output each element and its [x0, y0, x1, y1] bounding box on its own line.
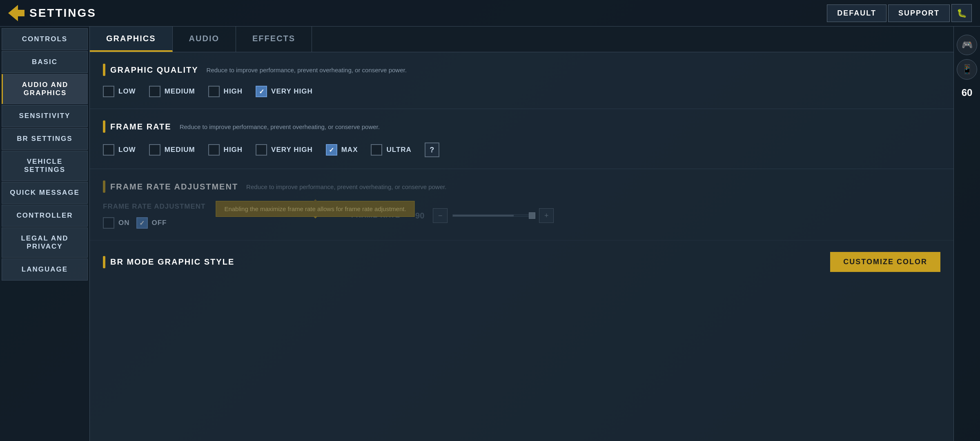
- graphic-quality-section: GRAPHIC QUALITY Reduce to improve perfor…: [90, 52, 953, 109]
- checkbox-fr-high[interactable]: [208, 144, 220, 156]
- back-button[interactable]: [8, 5, 24, 21]
- frame-rate-adjustment-section: FRAME RATE ADJUSTMENT Reduce to improve …: [90, 169, 953, 241]
- frame-rate-header: FRAME RATE Reduce to improve performance…: [103, 120, 940, 133]
- sidebar-item-quick-message[interactable]: QUICK MESSAGE: [2, 182, 88, 204]
- bug-icon: 🐛: [957, 8, 967, 18]
- adj-label: FRAME RATE ADJUSTMENT: [103, 203, 209, 211]
- graphic-quality-options: LOW MEDIUM HIGH VERY HIGH: [103, 86, 940, 97]
- checkbox-fr-very-high[interactable]: [256, 144, 267, 156]
- default-button[interactable]: DEFAULT: [827, 4, 886, 22]
- option-gq-low[interactable]: LOW: [103, 86, 136, 97]
- label-adj-off: OFF: [152, 219, 167, 227]
- frame-rate-slider[interactable]: [452, 214, 534, 217]
- checkbox-fr-max[interactable]: [326, 144, 337, 156]
- frame-rate-adjustment-desc: Reduce to improve performance, prevent o…: [246, 183, 446, 190]
- label-fr-very-high: VERY HIGH: [271, 146, 313, 154]
- option-gq-high[interactable]: HIGH: [208, 86, 243, 97]
- adj-labels-row: FRAME RATE ADJUSTMENT: [103, 203, 209, 211]
- sidebar-item-vehicle-settings[interactable]: VEHICLE SETTINGS: [2, 151, 88, 181]
- option-adj-off[interactable]: OFF: [136, 217, 167, 229]
- header-right: DEFAULT SUPPORT 🐛: [827, 4, 972, 22]
- option-fr-max[interactable]: MAX: [326, 144, 358, 156]
- customize-color-button[interactable]: CUSTOMIZE COLOR: [830, 252, 940, 272]
- slider-thumb[interactable]: [529, 212, 535, 219]
- header-left: SETTINGS: [8, 5, 96, 21]
- support-button[interactable]: SUPPORT: [888, 4, 950, 22]
- label-gq-high: HIGH: [224, 87, 243, 96]
- checkbox-adj-on[interactable]: [103, 217, 114, 229]
- sidebar-item-legal-and-privacy[interactable]: LEGAL AND PRIVACY: [2, 227, 88, 258]
- tab-effects[interactable]: EFFECTS: [236, 27, 312, 52]
- page-title: SETTINGS: [29, 7, 96, 20]
- section-accent: [103, 64, 105, 76]
- checkbox-gq-very-high[interactable]: [256, 86, 267, 97]
- adj-toggle: ON OFF: [103, 217, 209, 229]
- checkbox-fr-medium[interactable]: [149, 144, 160, 156]
- tooltip: Enabling the maximize frame rate allows …: [216, 201, 414, 217]
- sidebar-item-controls[interactable]: CONTROLS: [2, 28, 88, 50]
- fps-count: 60: [962, 87, 973, 98]
- option-gq-very-high[interactable]: VERY HIGH: [256, 86, 313, 97]
- frame-rate-increase-button[interactable]: +: [539, 208, 554, 223]
- frame-rate-decrease-button[interactable]: −: [433, 208, 448, 223]
- slider-fill: [453, 215, 514, 216]
- frame-rate-section: FRAME RATE Reduce to improve performance…: [90, 109, 953, 169]
- option-gq-medium[interactable]: MEDIUM: [149, 86, 195, 97]
- checkbox-fr-ultra[interactable]: [371, 144, 382, 156]
- frame-rate-adjustment-header: FRAME RATE ADJUSTMENT Reduce to improve …: [103, 180, 940, 193]
- section-accent-fra: [103, 180, 105, 193]
- label-adj-on: ON: [118, 219, 130, 227]
- sidebar-item-sensitivity[interactable]: SENSITIVITY: [2, 105, 88, 127]
- frame-rate-desc: Reduce to improve performance, prevent o…: [180, 123, 380, 130]
- label-fr-ultra: ULTRA: [386, 146, 411, 154]
- checkbox-fr-low[interactable]: [103, 144, 114, 156]
- checkbox-gq-high[interactable]: [208, 86, 220, 97]
- checkbox-gq-medium[interactable]: [149, 86, 160, 97]
- option-fr-low[interactable]: LOW: [103, 144, 136, 156]
- checkbox-gq-low[interactable]: [103, 86, 114, 97]
- graphic-quality-header: GRAPHIC QUALITY Reduce to improve perfor…: [103, 64, 940, 76]
- br-title-row: BR MODE GRAPHIC STYLE: [103, 256, 234, 268]
- tab-audio[interactable]: AUDIO: [173, 27, 236, 52]
- option-fr-high[interactable]: HIGH: [208, 144, 243, 156]
- help-button[interactable]: ?: [425, 143, 439, 157]
- content-area: GRAPHIC QUALITY Reduce to improve perfor…: [90, 52, 953, 441]
- sidebar-item-controller[interactable]: CONTROLLER: [2, 205, 88, 227]
- label-fr-low: LOW: [118, 146, 136, 154]
- option-adj-on[interactable]: ON: [103, 217, 130, 229]
- option-fr-medium[interactable]: MEDIUM: [149, 144, 195, 156]
- sidebar-item-audio-and-graphics[interactable]: AUDIO AND GRAPHICS: [2, 74, 88, 104]
- sidebar: CONTROLS BASIC AUDIO AND GRAPHICS SENSIT…: [0, 27, 90, 441]
- header: SETTINGS DEFAULT SUPPORT 🐛: [0, 0, 980, 27]
- adj-group: FRAME RATE ADJUSTMENT ON OFF: [103, 203, 209, 229]
- label-gq-medium: MEDIUM: [165, 87, 195, 96]
- label-fr-high: HIGH: [224, 146, 243, 154]
- br-mode-section: BR MODE GRAPHIC STYLE CUSTOMIZE COLOR: [90, 241, 953, 283]
- frame-rate-title: FRAME RATE: [110, 122, 172, 131]
- main-content: GRAPHICS AUDIO EFFECTS GRAPHIC QUALITY R…: [90, 27, 953, 441]
- bug-report-button[interactable]: 🐛: [951, 4, 972, 22]
- option-fr-ultra[interactable]: ULTRA: [371, 144, 411, 156]
- frame-rate-options: LOW MEDIUM HIGH VERY HIGH MAX: [103, 143, 940, 157]
- phone-icon[interactable]: 📱: [957, 59, 977, 80]
- label-gq-very-high: VERY HIGH: [271, 87, 313, 96]
- checkbox-adj-off[interactable]: [136, 217, 148, 229]
- label-gq-low: LOW: [118, 87, 136, 96]
- tab-graphics[interactable]: GRAPHICS: [90, 27, 173, 52]
- frame-rate-adjustment-title: FRAME RATE ADJUSTMENT: [110, 182, 238, 192]
- sidebar-item-basic[interactable]: BASIC: [2, 51, 88, 73]
- label-fr-max: MAX: [341, 146, 358, 154]
- right-sidebar: 🎮 📱 60: [953, 27, 980, 441]
- label-fr-medium: MEDIUM: [165, 146, 195, 154]
- sidebar-item-language[interactable]: LANGUAGE: [2, 258, 88, 281]
- graphic-quality-desc: Reduce to improve performance, prevent o…: [207, 67, 407, 74]
- tabs-bar: GRAPHICS AUDIO EFFECTS: [90, 27, 953, 52]
- section-accent-br: [103, 256, 105, 268]
- section-accent-fr: [103, 120, 105, 133]
- br-mode-title: BR MODE GRAPHIC STYLE: [110, 257, 234, 267]
- frame-rate-control: 90 − +: [412, 208, 554, 223]
- gamepad-icon[interactable]: 🎮: [957, 35, 977, 55]
- option-fr-very-high[interactable]: VERY HIGH: [256, 144, 313, 156]
- sidebar-item-br-settings[interactable]: BR SETTINGS: [2, 128, 88, 150]
- graphic-quality-title: GRAPHIC QUALITY: [110, 65, 198, 75]
